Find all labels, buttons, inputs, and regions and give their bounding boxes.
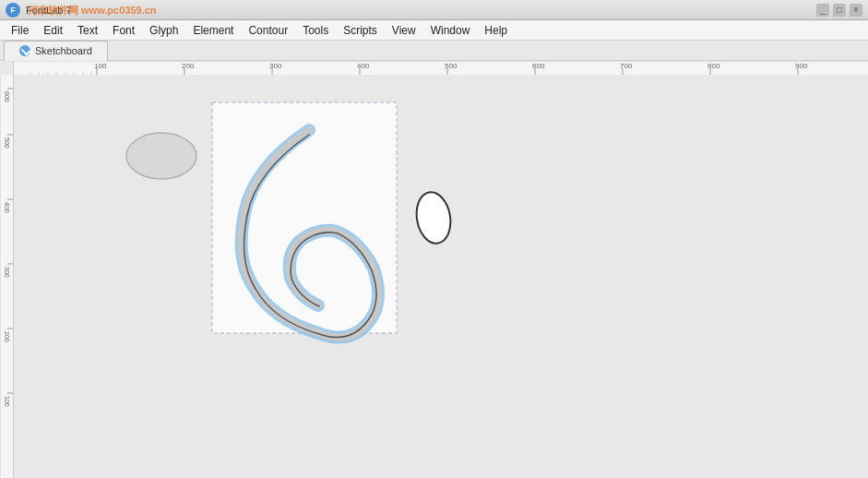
canvas-svg: [14, 75, 868, 478]
svg-text:400: 400: [4, 202, 10, 213]
menu-file[interactable]: File: [4, 22, 36, 39]
menu-contour[interactable]: Contour: [241, 22, 295, 39]
menu-window[interactable]: Window: [423, 22, 478, 39]
menu-glyph[interactable]: Glyph: [142, 22, 185, 39]
horizontal-ruler: 100 200 300 400 500 600 700: [14, 61, 868, 75]
menu-tools[interactable]: Tools: [295, 22, 336, 39]
ruler-v-svg: 600 600 500 400 300 200 100: [0, 75, 13, 478]
svg-text:600: 600: [4, 91, 10, 102]
svg-text:100: 100: [4, 396, 10, 407]
main-area: 600 600 500 400 300 200 100: [0, 75, 868, 478]
sketchboard-tab-icon: [19, 45, 30, 56]
svg-text:200: 200: [4, 331, 10, 342]
canvas-area[interactable]: [14, 75, 868, 478]
svg-text:400: 400: [357, 62, 370, 70]
menu-view[interactable]: View: [385, 22, 423, 39]
ruler-row: 100 200 300 400 500 600 700: [0, 61, 868, 75]
menu-help[interactable]: Help: [477, 22, 515, 39]
svg-text:200: 200: [182, 62, 195, 70]
menu-scripts[interactable]: Scripts: [336, 22, 385, 39]
vertical-ruler: 600 600 500 400 300 200 100: [0, 75, 14, 478]
menu-edit[interactable]: Edit: [36, 22, 70, 39]
tabbar: Sketchboard: [0, 41, 868, 61]
close-button[interactable]: ×: [850, 4, 862, 17]
svg-text:800: 800: [707, 62, 720, 70]
menu-element[interactable]: Element: [185, 22, 241, 39]
svg-text:500: 500: [4, 137, 10, 149]
svg-point-43: [126, 133, 196, 179]
minimize-button[interactable]: _: [816, 4, 829, 17]
svg-text:100: 100: [94, 62, 107, 70]
menubar: File Edit Text Font Glyph Element Contou…: [0, 20, 868, 41]
app-icon: F: [6, 3, 20, 18]
menu-text[interactable]: Text: [70, 22, 105, 39]
sketchboard-tab[interactable]: Sketchboard: [4, 41, 108, 61]
sketchboard-tab-label: Sketchboard: [35, 45, 92, 56]
ruler-corner: [0, 61, 14, 75]
ruler-h-svg: 100 200 300 400 500 600 700: [14, 61, 868, 75]
titlebar: F FontLab 7 河东软件网 www.pc0359.cn _ □ ×: [0, 0, 868, 20]
svg-text:500: 500: [445, 62, 458, 70]
menu-font[interactable]: Font: [105, 22, 142, 39]
svg-rect-41: [14, 75, 868, 478]
svg-text:600: 600: [532, 62, 545, 70]
window-controls[interactable]: _ □ ×: [816, 4, 862, 17]
svg-text:300: 300: [4, 267, 10, 278]
watermark: 河东软件网 www.pc0359.cn: [28, 4, 157, 18]
svg-text:900: 900: [795, 62, 808, 70]
svg-text:700: 700: [620, 62, 633, 70]
svg-text:300: 300: [269, 62, 282, 70]
maximize-button[interactable]: □: [833, 4, 846, 17]
